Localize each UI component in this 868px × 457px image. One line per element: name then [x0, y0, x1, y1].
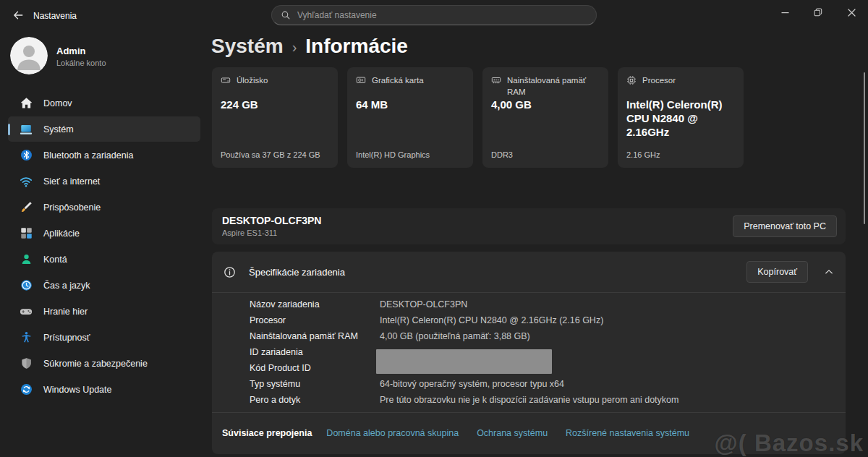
related-links-row: Súvisiace prepojenia Doména alebo pracov…	[212, 412, 846, 454]
titlebar: Nastavenia	[0, 0, 868, 30]
sidebar-item-label: Sieť a internet	[43, 176, 100, 187]
avatar[interactable]	[10, 37, 48, 74]
system-icon	[20, 123, 33, 136]
card-title: Úložisko	[237, 74, 268, 86]
account-name: Admin	[56, 46, 85, 56]
sidebar-item-network[interactable]: Sieť a internet	[8, 168, 200, 194]
redacted-value-box	[376, 349, 552, 374]
shield-icon	[20, 357, 33, 370]
link-advanced-system-settings[interactable]: Rozšírené nastavenia systému	[566, 428, 689, 438]
sidebar-item-label: Domov	[43, 98, 72, 108]
app-title: Nastavenia	[33, 11, 77, 21]
sidebar-item-apps[interactable]: Aplikácie	[8, 221, 200, 246]
info-icon	[224, 266, 236, 278]
back-arrow-icon	[12, 9, 24, 21]
table-row: Procesor Intel(R) Celeron(R) CPU N2840 @…	[212, 312, 846, 328]
sidebar-item-label: Prístupnosť	[43, 333, 90, 343]
sidebar-item-label: Systém	[43, 124, 74, 134]
sidebar-item-windows-update[interactable]: Windows Update	[8, 377, 200, 402]
update-refresh-icon	[20, 383, 33, 396]
card-title: Grafická karta	[372, 74, 424, 86]
spec-value: Intel(R) Celeron(R) CPU N2840 @ 2.16GHz …	[380, 315, 603, 325]
sidebar-item-label: Windows Update	[43, 385, 112, 395]
spec-label: Nainštalovaná pamäť RAM	[250, 331, 380, 341]
card-value: Intel(R) Celeron(R) CPU N2840 @ 2.16GHz	[626, 98, 736, 139]
specifications-title: Špecifikácie zariadenia	[249, 267, 345, 278]
link-domain-workgroup[interactable]: Doména alebo pracovná skupina	[326, 428, 459, 438]
vertical-scrollbar[interactable]	[864, 72, 865, 224]
home-icon	[20, 97, 33, 109]
sidebar-item-bluetooth[interactable]: Bluetooth a zariadenia	[8, 142, 200, 168]
sidebar-item-privacy[interactable]: Súkromie a zabezpečenie	[8, 351, 200, 376]
ram-card[interactable]: Nainštalovaná pamäť RAM 4,00 GB DDR3	[482, 67, 608, 168]
sidebar-item-system[interactable]: Systém	[8, 116, 200, 142]
divider	[212, 292, 846, 293]
sidebar-item-label: Čas a jazyk	[43, 281, 90, 291]
breadcrumb-parent[interactable]: Systém	[211, 35, 284, 58]
card-value: 64 MB	[356, 98, 466, 111]
card-title: Nainštalovaná pamäť RAM	[507, 74, 604, 98]
breadcrumb-separator-icon: ›	[292, 37, 297, 56]
sidebar-item-personalization[interactable]: Prispôsobenie	[8, 195, 200, 220]
apps-icon	[20, 227, 33, 239]
spec-label: Pero a dotyk	[250, 395, 380, 405]
minimize-button[interactable]	[768, 0, 801, 25]
card-value: 224 GB	[221, 98, 331, 111]
restore-icon	[814, 8, 822, 17]
sidebar-item-label: Hranie hier	[43, 307, 88, 317]
card-value: 4,00 GB	[491, 98, 601, 111]
close-button[interactable]	[835, 0, 868, 25]
spec-label: Procesor	[250, 315, 380, 325]
search-icon	[281, 10, 291, 20]
gpu-icon	[356, 74, 366, 85]
back-button[interactable]	[7, 7, 29, 24]
search-box[interactable]	[271, 5, 597, 25]
bluetooth-icon	[20, 149, 33, 161]
table-row: Názov zariadenia DESKTOP-OLCF3PN	[212, 296, 846, 312]
accounts-person-icon	[20, 253, 33, 265]
sidebar-item-accessibility[interactable]: Prístupnosť	[8, 325, 200, 350]
sidebar-item-domov[interactable]: Domov	[8, 90, 200, 116]
device-model: Aspire ES1-311	[222, 228, 277, 237]
device-name-section: DESKTOP-OLCF3PN Aspire ES1-311 Premenova…	[212, 208, 846, 244]
selected-accent-pill	[8, 124, 10, 135]
table-row: Pero a dotyk Pre túto obrazovku nie je k…	[212, 392, 846, 408]
breadcrumb: Systém › Informácie	[211, 35, 408, 58]
card-caption: 2.16 GHz	[626, 150, 738, 159]
page-title: Informácie	[305, 35, 408, 58]
search-input[interactable]	[297, 10, 587, 20]
specifications-header[interactable]: Špecifikácie zariadenia Kopírovať	[212, 252, 846, 292]
sidebar-item-accounts[interactable]: Kontá	[8, 247, 200, 272]
sidebar-item-label: Aplikácie	[43, 228, 80, 239]
spec-label: ID zariadenia	[250, 347, 380, 357]
spec-label: Kód Product ID	[250, 363, 380, 373]
cpu-icon	[626, 74, 637, 85]
rename-pc-button[interactable]: Premenovať toto PC	[733, 215, 837, 237]
ram-icon	[491, 74, 501, 85]
restore-button[interactable]	[801, 0, 835, 25]
sidebar-item-label: Bluetooth a zariadenia	[43, 150, 133, 161]
graphics-card[interactable]: Grafická karta 64 MB Intel(R) HD Graphic…	[347, 67, 473, 168]
card-caption: DDR3	[491, 150, 603, 159]
spec-label: Názov zariadenia	[250, 299, 380, 309]
sidebar-item-label: Súkromie a zabezpečenie	[43, 359, 148, 369]
sidebar-item-label: Kontá	[43, 255, 67, 265]
link-system-protection[interactable]: Ochrana systému	[477, 428, 548, 438]
card-caption: Intel(R) HD Graphics	[356, 150, 467, 159]
device-name: DESKTOP-OLCF3PN	[222, 215, 321, 226]
spec-label: Typ systému	[250, 379, 380, 389]
sidebar-item-gaming[interactable]: Hranie hier	[8, 299, 200, 324]
minimize-icon	[781, 9, 789, 17]
storage-card[interactable]: Úložisko 224 GB Používa sa 37 GB z 224 G…	[212, 67, 338, 168]
window-controls	[768, 0, 868, 25]
chevron-up-icon[interactable]	[824, 267, 834, 277]
copy-button[interactable]: Kopírovať	[746, 261, 808, 283]
accessibility-icon	[20, 331, 33, 343]
table-row: Nainštalovaná pamäť RAM 4,00 GB (použite…	[212, 328, 846, 344]
sidebar-item-time-language[interactable]: Čas a jazyk	[8, 273, 200, 298]
processor-card[interactable]: Procesor Intel(R) Celeron(R) CPU N2840 @…	[618, 67, 744, 168]
sidebar-nav: Domov Systém Bluetooth a zariadenia	[4, 90, 205, 403]
card-title: Procesor	[642, 74, 676, 86]
clock-icon	[20, 279, 33, 291]
wifi-icon	[20, 175, 33, 188]
